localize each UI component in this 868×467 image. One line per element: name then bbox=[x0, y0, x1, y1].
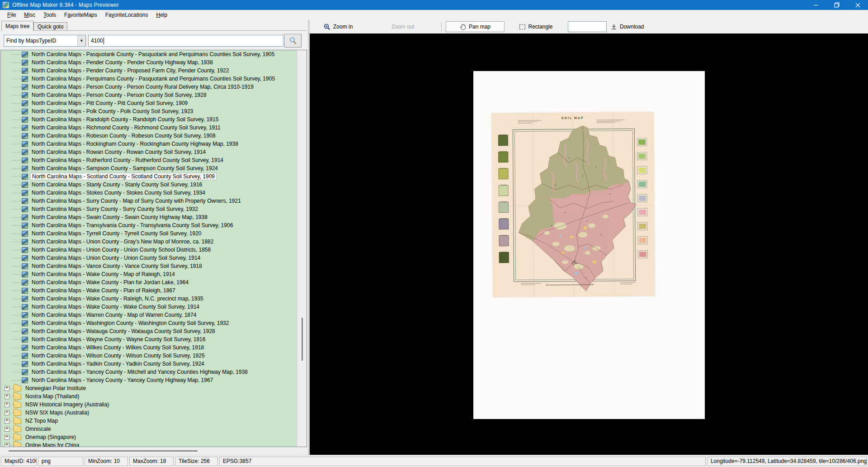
tree-map-item[interactable]: North Carolina Maps - Polk County - Polk… bbox=[1, 107, 307, 115]
map-viewer[interactable]: SOIL MAP bbox=[310, 33, 868, 455]
expand-plus-icon[interactable] bbox=[5, 410, 9, 415]
tree-map-item[interactable]: North Carolina Maps - Yancey County - Ya… bbox=[1, 376, 307, 384]
tree-folder-item[interactable]: NSW Historical Imagery (Australia) bbox=[1, 400, 307, 409]
panel-splitter[interactable] bbox=[307, 20, 309, 455]
tree-map-item[interactable]: North Carolina Maps - Warren County - Ma… bbox=[1, 311, 307, 319]
tree-map-item[interactable]: North Carolina Maps - Union County - Uni… bbox=[1, 246, 307, 254]
tree-map-item[interactable]: North Carolina Maps - Randolph County - … bbox=[1, 115, 307, 124]
tree-map-item[interactable]: North Carolina Maps - Person County - Pe… bbox=[1, 83, 307, 91]
tree-map-item[interactable]: North Carolina Maps - Perquimans County … bbox=[1, 75, 307, 83]
tree-map-item[interactable]: North Carolina Maps - Wilkes County - Wi… bbox=[1, 343, 307, 352]
menu-bar: FileMiscToolsFavoriteMapsFavoriteLocatio… bbox=[0, 10, 868, 20]
map-item-icon bbox=[22, 345, 28, 351]
tree-map-item[interactable]: North Carolina Maps - Yancey County - Mi… bbox=[1, 368, 307, 376]
tree-map-item[interactable]: North Carolina Maps - Rutherford County … bbox=[1, 156, 307, 164]
tree-folder-item[interactable]: Nostra Map (Thailand) bbox=[1, 392, 307, 400]
tab-maps-tree[interactable]: Maps tree bbox=[1, 21, 33, 31]
tree-guide-line bbox=[12, 111, 22, 112]
tree-map-item[interactable]: North Carolina Maps - Wake County - Rale… bbox=[1, 295, 307, 303]
tree-map-item[interactable]: North Carolina Maps - Tyrrell County - T… bbox=[1, 229, 307, 238]
tree-map-item[interactable]: North Carolina Maps - Union County - Uni… bbox=[1, 254, 307, 262]
search-button[interactable] bbox=[284, 34, 302, 48]
tree-horizontal-scrollbar[interactable] bbox=[0, 448, 307, 454]
zoom-out-button[interactable]: Zoom out bbox=[392, 20, 415, 33]
menu-item[interactable]: FavoriteMaps bbox=[60, 10, 101, 19]
tree-folder-item[interactable]: NZ Topo Map bbox=[1, 417, 307, 425]
search-input[interactable]: 4100 bbox=[88, 35, 283, 47]
tab-quick-goto[interactable]: Quick goto bbox=[33, 22, 67, 31]
expand-plus-icon[interactable] bbox=[5, 419, 9, 424]
tree-map-item[interactable]: North Carolina Maps - Stokes County - St… bbox=[1, 189, 307, 197]
tree-map-item[interactable]: North Carolina Maps - Yadkin County - Ya… bbox=[1, 360, 307, 368]
chevron-down-icon[interactable]: ▼ bbox=[77, 35, 85, 46]
tree-folder-item[interactable]: Norwegian Polar Institute bbox=[1, 384, 307, 392]
tree-folder-item[interactable]: NSW SIX Maps (Australia) bbox=[1, 409, 307, 417]
tree-map-item[interactable]: North Carolina Maps - Wake County - Map … bbox=[1, 270, 307, 278]
map-item-icon bbox=[22, 263, 28, 269]
tree-guide-line bbox=[12, 266, 22, 267]
folder-icon bbox=[14, 410, 21, 416]
tree-folder-item[interactable]: Onemap (Singapore) bbox=[1, 433, 307, 441]
tree-map-item[interactable]: North Carolina Maps - Rockingham County … bbox=[1, 140, 307, 148]
tree-map-item[interactable]: North Carolina Maps - Person County - Pe… bbox=[1, 91, 307, 99]
tree-map-item[interactable]: North Carolina Maps - Union County - Gra… bbox=[1, 238, 307, 246]
tree-map-item[interactable]: North Carolina Maps - Watauga County - W… bbox=[1, 327, 307, 335]
menu-item[interactable]: File bbox=[3, 10, 20, 19]
tree-map-item[interactable]: North Carolina Maps - Wake County - Plan… bbox=[1, 278, 307, 286]
pan-map-button[interactable]: Pan map bbox=[446, 21, 505, 32]
folder-label: NSW SIX Maps (Australia) bbox=[24, 409, 90, 416]
tree-folder-item[interactable]: Online Maps for China bbox=[1, 441, 307, 447]
tree-guide-line bbox=[12, 348, 22, 348]
tree-map-item[interactable]: North Carolina Maps - Surry County - Sur… bbox=[1, 205, 307, 213]
tree-map-item[interactable]: North Carolina Maps - Washington County … bbox=[1, 319, 307, 327]
tree-map-item[interactable]: North Carolina Maps - Wayne County - Way… bbox=[1, 335, 307, 343]
rectangle-button[interactable]: Rectangle bbox=[509, 21, 563, 32]
tree-guide-line bbox=[12, 225, 22, 226]
menu-item[interactable]: Tools bbox=[39, 10, 60, 19]
expand-plus-icon[interactable] bbox=[5, 435, 9, 440]
expand-plus-icon[interactable] bbox=[5, 386, 9, 391]
map-item-label: North Carolina Maps - Polk County - Polk… bbox=[30, 108, 194, 115]
tree-map-item[interactable]: North Carolina Maps - Pender County - Pe… bbox=[1, 58, 307, 67]
expand-plus-icon[interactable] bbox=[5, 443, 9, 448]
download-button[interactable]: Download bbox=[611, 20, 644, 33]
find-by-dropdown[interactable]: Find by MapsTypeID ▼ bbox=[4, 35, 86, 47]
tree-map-item[interactable]: North Carolina Maps - Wilson County - Wi… bbox=[1, 352, 307, 360]
tree-guide-line bbox=[9, 405, 14, 405]
tree-map-item[interactable]: North Carolina Maps - Pender County - Pr… bbox=[1, 67, 307, 75]
close-button[interactable] bbox=[847, 0, 868, 10]
menu-item[interactable]: Misc bbox=[20, 10, 39, 19]
zoom-in-button[interactable]: Zoom in bbox=[324, 20, 353, 33]
vertical-scroll-thumb[interactable] bbox=[302, 318, 303, 361]
tree-map-item[interactable]: North Carolina Maps - Wake County - Plan… bbox=[1, 286, 307, 295]
tree-guide-line bbox=[12, 364, 22, 364]
menu-item[interactable]: FavoriteLocations bbox=[101, 10, 152, 19]
tree-map-item[interactable]: North Carolina Maps - Vance County - Van… bbox=[1, 262, 307, 270]
map-toolbar: Zoom in Zoom out Pan map Rectangle bbox=[310, 20, 868, 33]
tree-map-item[interactable]: North Carolina Maps - Richmond County - … bbox=[1, 124, 307, 132]
tree-vertical-scrollbar[interactable] bbox=[297, 50, 307, 447]
expand-plus-icon[interactable] bbox=[5, 394, 9, 399]
folder-icon bbox=[14, 434, 21, 440]
tree-guide-line bbox=[12, 242, 22, 242]
minimize-button[interactable] bbox=[806, 0, 826, 10]
menu-item[interactable]: Help bbox=[152, 10, 172, 19]
restore-button[interactable] bbox=[826, 0, 847, 10]
tree-map-item[interactable]: North Carolina Maps - Pasquotank County … bbox=[1, 50, 307, 58]
tree-map-item[interactable]: North Carolina Maps - Swain County - Swa… bbox=[1, 213, 307, 221]
tree-map-item[interactable]: North Carolina Maps - Pitt County - Pitt… bbox=[1, 99, 307, 107]
tree-map-item[interactable]: North Carolina Maps - Sampson County - S… bbox=[1, 164, 307, 172]
tree-map-item[interactable]: North Carolina Maps - Surry County - Map… bbox=[1, 197, 307, 205]
horizontal-scroll-thumb[interactable] bbox=[9, 450, 198, 452]
tree-map-item[interactable]: North Carolina Maps - Wake County - Wake… bbox=[1, 303, 307, 311]
toolbar-text-field[interactable] bbox=[568, 21, 607, 32]
tree-folder-item[interactable]: Omniscale bbox=[1, 425, 307, 433]
tree-map-item[interactable]: North Carolina Maps - Scotland County - … bbox=[1, 172, 307, 181]
tree-map-item[interactable]: North Carolina Maps - Robeson County - R… bbox=[1, 132, 307, 140]
tree-map-item[interactable]: North Carolina Maps - Rowan County - Row… bbox=[1, 148, 307, 156]
expand-plus-icon[interactable] bbox=[5, 427, 9, 432]
tree-map-item[interactable]: North Carolina Maps - Stanly County - St… bbox=[1, 181, 307, 189]
expand-plus-icon[interactable] bbox=[5, 402, 9, 407]
tree-map-item[interactable]: North Carolina Maps - Transylvania Count… bbox=[1, 221, 307, 229]
status-cell: MapsID: 4100 bbox=[1, 457, 37, 466]
